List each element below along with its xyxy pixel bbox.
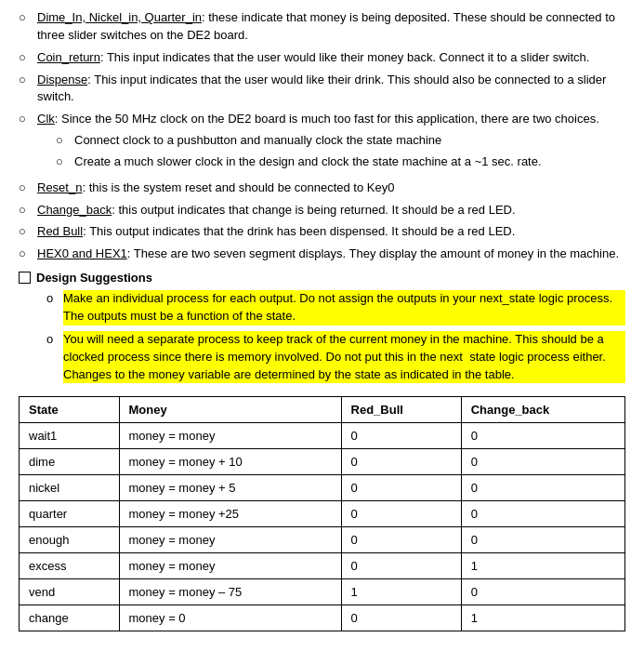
item-text: Change_back: this output indicates that … [37,202,625,219]
cell-state: enough [20,527,120,553]
item-text: Dime_In, Nickel_in, Quarter_in: these in… [37,9,625,45]
suggestion-item-2: o You will need a separate process to ke… [46,331,625,384]
cell-state: dime [20,449,120,475]
cell-money: money = money [119,527,341,553]
cell-state: change [20,605,120,631]
item-text: Red Bull: This output indicates that the… [37,223,625,241]
bullet-circle: ○ [19,111,37,128]
col-header-state: State [20,397,120,423]
table-row: excessmoney = money01 [20,553,625,579]
item-desc: : This input indicates that the user wou… [37,73,606,104]
cell-changeback: 0 [461,475,624,501]
item-text: Coin_return: This input indicates that t… [37,49,625,67]
cell-state: quarter [20,501,120,527]
col-header-money: Money [119,397,341,423]
clk-sub-list: ○ Connect clock to a pushbutton and manu… [37,132,625,171]
cell-money: money = money [119,423,341,449]
table-row: nickelmoney = money + 500 [20,475,625,501]
cell-changeback: 0 [461,501,624,527]
bullet-circle: ○ [19,202,37,219]
item-label: HEX0 and HEX1 [37,246,127,260]
bullet-circle: ○ [19,49,37,67]
bullet-circle: ○ [19,179,37,197]
suggestion-item-1: o Make an individual process for each ou… [46,290,625,326]
sub-item-text: Create a much slower clock in the design… [74,153,625,171]
cell-money: money = money [119,553,341,579]
list-item-clk: ○ Clk: Since the 50 MHz clock on the DE2… [19,111,625,175]
clk-sub-item-1: ○ Connect clock to a pushbutton and manu… [56,132,625,150]
cell-changeback: 0 [461,449,624,475]
main-content: ○ Dime_In, Nickel_in, Quarter_in: these … [19,9,625,631]
item-text: HEX0 and HEX1: These are two seven segme… [37,246,625,263]
item-label: Coin_return [37,50,100,64]
cell-redbull: 1 [341,579,461,605]
cell-money: money = money + 10 [119,449,341,475]
list-item-red-bull: ○ Red Bull: This output indicates that t… [19,223,625,241]
suggestion-text-1: Make an individual process for each outp… [63,290,625,326]
cell-state: wait1 [20,423,120,449]
suggestion-bullet-1: o [46,290,63,308]
item-label: Dispense [37,73,87,86]
list-item-coin-return: ○ Coin_return: This input indicates that… [19,49,625,67]
item-label: Clk [37,112,55,126]
item-desc: : Since the 50 MHz clock on the DE2 boar… [55,112,599,126]
table-row: wait1money = money00 [20,423,625,449]
item-desc: : this output indicates that change is b… [112,203,515,217]
cell-money: money = money +25 [119,501,341,527]
sub-bullet-circle: ○ [56,132,74,150]
suggestion-text-2: You will need a separate process to keep… [63,331,625,384]
design-suggestions-title: Design Suggestions [36,271,152,285]
cell-state: vend [20,579,120,605]
item-text: Dispense: This input indicates that the … [37,72,625,107]
cell-redbull: 0 [341,501,461,527]
table-row: vendmoney = money – 7510 [20,579,625,605]
item-desc: : this is the system reset and should be… [82,180,394,194]
io-list: ○ Dime_In, Nickel_in, Quarter_in: these … [19,9,625,263]
cell-changeback: 1 [461,605,624,631]
cell-money: money = money – 75 [119,579,341,605]
item-label: Red Bull [37,224,83,238]
suggestion-bullet-2: o [46,331,63,349]
table-header-row: State Money Red_Bull Change_back [20,397,625,423]
col-header-changeback: Change_back [461,397,624,423]
table-row: quartermoney = money +2500 [20,501,625,527]
item-text: Reset_n: this is the system reset and sh… [37,179,625,197]
cell-redbull: 0 [341,423,461,449]
list-item-change-back: ○ Change_back: this output indicates tha… [19,202,625,219]
item-text: Clk: Since the 50 MHz clock on the DE2 b… [37,111,625,175]
cell-redbull: 0 [341,527,461,553]
list-item-hex0-hex1: ○ HEX0 and HEX1: These are two seven seg… [19,246,625,263]
bullet-circle: ○ [19,72,37,89]
cell-state: excess [20,553,120,579]
item-label: Dime_In, Nickel_in, Quarter_in [37,10,202,24]
list-item-dispense: ○ Dispense: This input indicates that th… [19,72,625,107]
checkbox-icon [19,272,31,284]
cell-changeback: 0 [461,527,624,553]
item-desc: : This output indicates that the drink h… [83,224,515,238]
cell-money: money = money + 5 [119,475,341,501]
col-header-redbull: Red_Bull [341,397,461,423]
item-label: Reset_n [37,180,82,194]
cell-redbull: 0 [341,605,461,631]
cell-redbull: 0 [341,475,461,501]
table-row: changemoney = 001 [20,605,625,631]
list-item-dime-nickel-quarter: ○ Dime_In, Nickel_in, Quarter_in: these … [19,9,625,45]
state-table: State Money Red_Bull Change_back wait1mo… [19,396,625,631]
cell-redbull: 0 [341,449,461,475]
bullet-circle: ○ [19,223,37,241]
item-label: Change_back [37,203,112,217]
cell-changeback: 1 [461,553,624,579]
suggestions-list: o Make an individual process for each ou… [19,290,625,383]
bullet-circle: ○ [19,246,37,263]
cell-money: money = 0 [119,605,341,631]
list-item-reset-n: ○ Reset_n: this is the system reset and … [19,179,625,197]
design-suggestions-header: Design Suggestions [19,271,625,285]
sub-bullet-circle: ○ [56,153,74,171]
clk-sub-item-2: ○ Create a much slower clock in the desi… [56,153,625,171]
cell-changeback: 0 [461,423,624,449]
table-row: dimemoney = money + 1000 [20,449,625,475]
cell-redbull: 0 [341,553,461,579]
bullet-circle: ○ [19,9,37,27]
sub-item-text: Connect clock to a pushbutton and manual… [74,132,625,150]
cell-changeback: 0 [461,579,624,605]
